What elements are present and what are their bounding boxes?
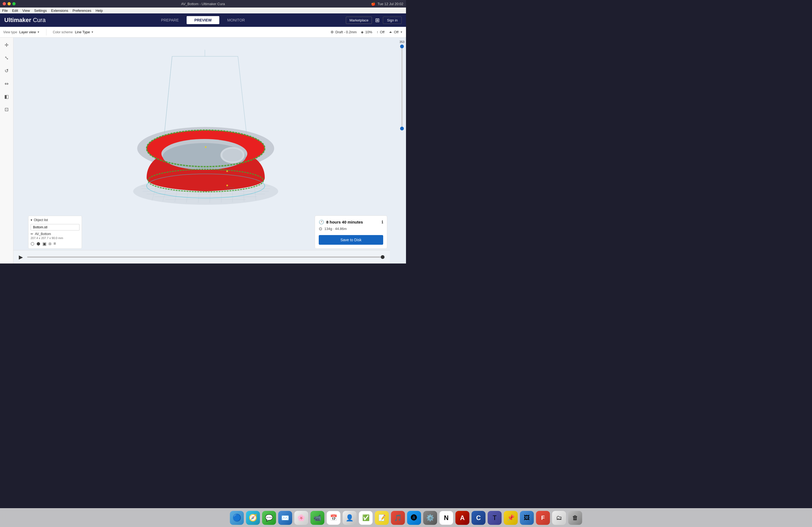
object-model-name-row: ✏ AV_Bottom bbox=[31, 232, 79, 236]
save-to-disk-button[interactable]: Save to Disk bbox=[319, 235, 383, 245]
menu-extensions[interactable]: Extensions bbox=[51, 9, 68, 13]
view-type-select[interactable]: Layer view ▼ bbox=[19, 30, 40, 34]
layer-thumb-top[interactable] bbox=[400, 45, 404, 48]
object-file-name[interactable]: Bottom.stl bbox=[31, 224, 79, 230]
edit-icon[interactable]: ✏ bbox=[31, 232, 33, 236]
logo-cura: Cura bbox=[31, 17, 46, 23]
adhesion-arrow: ▼ bbox=[400, 31, 403, 33]
logo-ultimaker: Ultimaker bbox=[4, 17, 31, 23]
svg-point-31 bbox=[205, 146, 206, 148]
model-3d: 0.0.0.0.0 bbox=[125, 100, 286, 207]
color-scheme-select[interactable]: Line Type ▼ bbox=[75, 30, 94, 34]
cube-top-icon[interactable]: ▣ bbox=[42, 241, 46, 246]
svg-text:0.0.0.0.0: 0.0.0.0.0 bbox=[226, 187, 234, 189]
support-setting[interactable]: ↑ Off bbox=[376, 30, 385, 34]
info-panel: 🕐 8 hours 40 minutes ℹ ⊙ 134g · 44.86m S… bbox=[315, 215, 387, 249]
traffic-lights bbox=[3, 2, 16, 5]
toolbar: View type Layer view ▼ Color scheme Line… bbox=[0, 27, 406, 37]
info-icon-btn[interactable]: ℹ bbox=[381, 220, 383, 225]
layer-track[interactable] bbox=[402, 45, 403, 131]
app-logo: Ultimaker Cura bbox=[4, 17, 46, 24]
mirror-tool[interactable]: ⇔ bbox=[2, 79, 11, 88]
left-panel: ✛ ⤡ ↺ ⇔ ◧ ⊡ bbox=[0, 37, 13, 264]
object-dimensions: 207.4 x 207.7 x 90.0 mm bbox=[31, 236, 79, 240]
clock-icon: 🕐 bbox=[319, 220, 324, 225]
collapse-icon: ▾ bbox=[31, 218, 32, 222]
timeline-track[interactable] bbox=[27, 257, 385, 258]
menu-view[interactable]: View bbox=[22, 9, 30, 13]
window-title: AV_Bottom - Ultimaker Cura bbox=[181, 2, 225, 6]
app-header: Ultimaker Cura PREPARE PREVIEW MONITOR M… bbox=[0, 13, 406, 27]
view-type-label: View type bbox=[3, 30, 17, 34]
maximize-button[interactable] bbox=[12, 2, 16, 5]
menu-file[interactable]: File bbox=[2, 9, 8, 13]
svg-point-28 bbox=[222, 149, 243, 162]
infill-setting[interactable]: ◈ 10% bbox=[361, 30, 372, 34]
divider-1 bbox=[46, 29, 46, 35]
adhesion-icon: ⏶ bbox=[389, 30, 392, 34]
material-info: 134g · 44.86m bbox=[324, 227, 347, 231]
timeline-bar: ▶ bbox=[13, 250, 390, 264]
titlebar-icons: 🍎 Tue 12 Jul 20:02 bbox=[371, 2, 403, 6]
object-model-name: AV_Bottom bbox=[35, 232, 51, 236]
svg-point-32 bbox=[226, 170, 228, 172]
view-type-group: View type Layer view ▼ bbox=[3, 30, 40, 34]
rotate-tool[interactable]: ↺ bbox=[2, 66, 11, 75]
object-tool-icons: ⬡ ⬢ ▣ ⧈ ≡ bbox=[31, 241, 79, 246]
grid-icon[interactable]: ⊞ bbox=[375, 17, 380, 23]
layer-thumb-bottom[interactable] bbox=[400, 127, 404, 131]
titlebar: AV_Bottom - Ultimaker Cura 🍎 Tue 12 Jul … bbox=[0, 0, 406, 7]
color-scheme-group: Color scheme Line Type ▼ bbox=[53, 30, 94, 34]
menu-settings[interactable]: Settings bbox=[34, 9, 47, 13]
cube-list-icon[interactable]: ≡ bbox=[54, 241, 56, 246]
color-scheme-arrow: ▼ bbox=[91, 31, 94, 33]
weight-icon: ⊙ bbox=[319, 226, 322, 231]
menu-edit[interactable]: Edit bbox=[12, 9, 18, 13]
signin-button[interactable]: Sign in bbox=[383, 17, 402, 24]
move-tool[interactable]: ✛ bbox=[2, 41, 11, 49]
nav-tabs: PREPARE PREVIEW MONITOR bbox=[153, 16, 253, 24]
minimize-button[interactable] bbox=[8, 2, 11, 5]
support-blocker-tool[interactable]: ⊡ bbox=[2, 105, 11, 114]
marketplace-button[interactable]: Marketplace bbox=[346, 17, 372, 24]
main-content: ✛ ⤡ ↺ ⇔ ◧ ⊡ bbox=[0, 37, 406, 264]
settings-icon: ⚙ bbox=[331, 30, 334, 34]
cube-icon[interactable]: ⬡ bbox=[31, 241, 34, 246]
close-button[interactable] bbox=[3, 2, 6, 5]
scale-tool[interactable]: ⤡ bbox=[2, 54, 11, 62]
tab-monitor[interactable]: MONITOR bbox=[219, 16, 253, 24]
apple-icon: 🍎 bbox=[371, 2, 375, 6]
cube-copy-icon[interactable]: ⧈ bbox=[48, 241, 51, 246]
timeline-thumb[interactable] bbox=[381, 255, 385, 259]
view-type-arrow: ▼ bbox=[37, 31, 40, 33]
time-display: Tue 12 Jul 20:02 bbox=[378, 2, 403, 6]
svg-point-33 bbox=[226, 185, 228, 186]
object-panel: ▾ Object list Bottom.stl ✏ AV_Bottom 207… bbox=[28, 216, 82, 249]
header-right: Marketplace ⊞ Sign in bbox=[346, 17, 402, 24]
print-time: 8 hours 40 minutes bbox=[326, 220, 363, 224]
menu-preferences[interactable]: Preferences bbox=[73, 9, 91, 13]
object-list-header[interactable]: ▾ Object list bbox=[31, 218, 79, 222]
adhesion-setting[interactable]: ⏶ Off ▼ bbox=[389, 30, 403, 34]
support-icon: ↑ bbox=[376, 30, 378, 34]
tab-prepare[interactable]: PREPARE bbox=[153, 16, 187, 24]
infill-icon: ◈ bbox=[361, 30, 364, 34]
layer-max-value: 353 bbox=[400, 40, 404, 44]
cube-solid-icon[interactable]: ⬢ bbox=[37, 241, 40, 246]
toolbar-right: ⚙ Draft - 0.2mm ◈ 10% ↑ Off ⏶ Off ▼ bbox=[331, 30, 403, 34]
color-scheme-label: Color scheme bbox=[53, 30, 73, 34]
per-model-settings-tool[interactable]: ◧ bbox=[2, 92, 11, 101]
profile-setting[interactable]: ⚙ Draft - 0.2mm bbox=[331, 30, 357, 34]
layer-slider: 353 bbox=[398, 37, 406, 264]
material-row: ⊙ 134g · 44.86m bbox=[319, 226, 383, 231]
play-button[interactable]: ▶ bbox=[19, 254, 23, 260]
print-time-row: 🕐 8 hours 40 minutes ℹ bbox=[319, 220, 383, 225]
menu-help[interactable]: Help bbox=[96, 9, 103, 13]
viewport[interactable]: 0.0.0.0.0 ▶ ▾ Object list Bottom.stl ✏ A… bbox=[13, 37, 398, 264]
tab-preview[interactable]: PREVIEW bbox=[187, 16, 220, 24]
menubar: File Edit View Settings Extensions Prefe… bbox=[0, 7, 406, 13]
